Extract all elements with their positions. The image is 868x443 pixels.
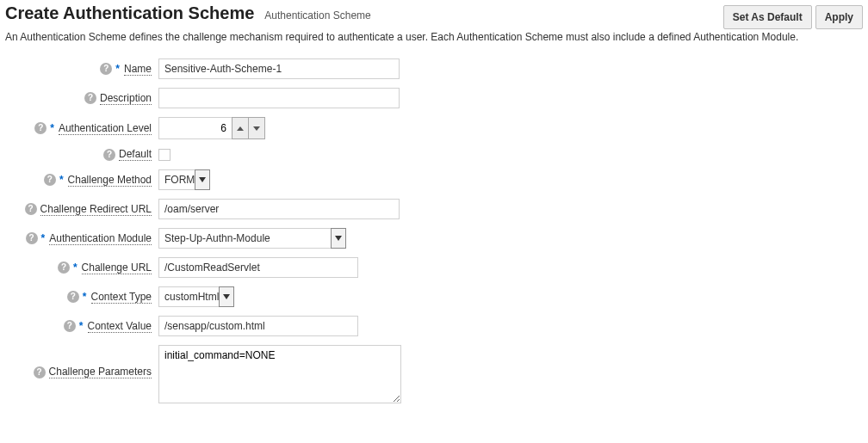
challenge-redirect-url-label: Challenge Redirect URL — [40, 203, 152, 216]
challenge-parameters-label: Challenge Parameters — [49, 366, 152, 378]
dropdown-arrow-icon — [199, 177, 206, 182]
help-icon[interactable]: ? — [58, 261, 70, 274]
name-label: Name — [124, 63, 152, 76]
required-star-icon: * — [83, 291, 87, 303]
name-input[interactable] — [158, 58, 400, 79]
description-label: Description — [100, 92, 152, 105]
challenge-method-label: Challenge Method — [68, 174, 152, 187]
challenge-method-select[interactable]: FORM — [158, 169, 210, 190]
set-as-default-button[interactable]: Set As Default — [723, 5, 812, 29]
default-label: Default — [119, 148, 152, 161]
description-input[interactable] — [158, 88, 400, 108]
dropdown-arrow-icon — [335, 236, 342, 241]
dropdown-arrow-icon — [223, 294, 230, 299]
spinner-down-button[interactable] — [248, 117, 265, 139]
challenge-url-input[interactable] — [158, 257, 358, 278]
authentication-level-input[interactable] — [158, 117, 232, 139]
chevron-down-icon — [253, 126, 260, 131]
help-icon[interactable]: ? — [84, 92, 96, 104]
page-description: An Authentication Scheme defines the cha… — [5, 31, 863, 43]
authentication-module-value: Step-Up-Authn-Module — [158, 228, 331, 249]
required-star-icon: * — [50, 122, 54, 134]
select-dropdown-button[interactable] — [219, 286, 234, 307]
authentication-level-label: Authentication Level — [59, 122, 152, 135]
context-type-label: Context Type — [91, 291, 152, 304]
challenge-url-label: Challenge URL — [82, 261, 152, 274]
help-icon[interactable]: ? — [100, 63, 112, 75]
help-icon[interactable]: ? — [34, 122, 46, 134]
apply-button[interactable]: Apply — [815, 5, 863, 29]
chevron-up-icon — [237, 126, 244, 131]
required-star-icon: * — [41, 232, 46, 244]
help-icon[interactable]: ? — [26, 232, 38, 244]
authentication-module-label: Authentication Module — [49, 232, 152, 245]
challenge-redirect-url-input[interactable] — [158, 199, 400, 219]
authentication-module-select[interactable]: Step-Up-Authn-Module — [158, 228, 346, 249]
select-dropdown-button[interactable] — [195, 169, 210, 190]
help-icon[interactable]: ? — [25, 203, 37, 215]
required-star-icon: * — [59, 174, 64, 186]
context-value-label: Context Value — [88, 320, 152, 333]
page-title: Create Authentication Scheme — [5, 3, 254, 23]
help-icon[interactable]: ? — [64, 320, 76, 332]
context-type-select[interactable]: customHtml — [158, 286, 234, 307]
required-star-icon: * — [73, 261, 78, 274]
context-value-input[interactable] — [158, 316, 358, 336]
challenge-method-value: FORM — [158, 169, 195, 190]
spinner-up-button[interactable] — [232, 117, 249, 139]
help-icon[interactable]: ? — [34, 366, 46, 378]
required-star-icon: * — [115, 63, 120, 75]
challenge-parameters-textarea[interactable] — [158, 345, 401, 403]
auth-scheme-form: ? * Name ? Description ? * Authenticatio… — [5, 58, 863, 403]
select-dropdown-button[interactable] — [331, 228, 346, 249]
help-icon[interactable]: ? — [67, 291, 79, 303]
help-icon[interactable]: ? — [44, 174, 56, 186]
context-type-value: customHtml — [158, 286, 219, 307]
help-icon[interactable]: ? — [103, 149, 115, 161]
default-checkbox[interactable] — [158, 149, 170, 161]
page-subtitle: Authentication Scheme — [264, 9, 370, 22]
required-star-icon: * — [79, 320, 84, 332]
